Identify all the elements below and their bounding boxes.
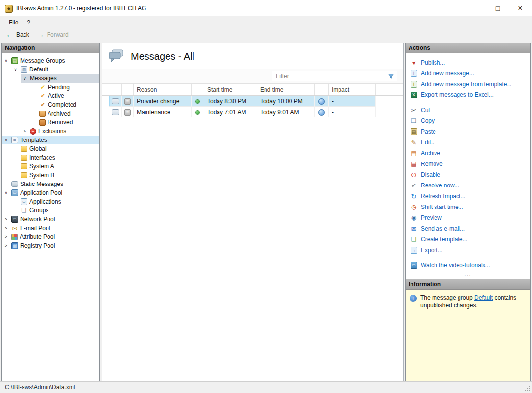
tree-item-system-a[interactable]: System A [2, 162, 99, 171]
cell-message-bubble-icon [109, 107, 122, 117]
tree-item-static-messages[interactable]: Static Messages [2, 180, 99, 188]
tree-item-message-groups[interactable]: ∨▤Message Groups [2, 56, 99, 65]
close-button[interactable]: × [509, 0, 532, 16]
action-watch-the-video-tutorials[interactable]: ▭Watch the video-tutorials... [411, 260, 530, 271]
send-email-icon: ✉ [411, 225, 417, 232]
action-preview[interactable]: ◉Preview [411, 212, 530, 223]
tree-item-global[interactable]: Global [2, 144, 99, 153]
globe-clock-icon [318, 109, 325, 116]
action-label: Add new message... [421, 70, 474, 77]
chevron-down-icon[interactable]: ∨ [12, 67, 19, 72]
action-add-new-message[interactable]: +Add new message... [411, 68, 530, 79]
tree-item-templates[interactable]: ∨≡Templates [2, 136, 99, 144]
tree-item-label: Messages [30, 75, 57, 82]
minimize-button[interactable]: – [464, 0, 486, 16]
tree-item-archived[interactable]: Archived [2, 109, 99, 118]
tree-item-label: Pending [48, 84, 70, 91]
tree-item-network-pool[interactable]: >▭Network Pool [2, 215, 99, 224]
resize-grip-icon[interactable] [524, 385, 531, 392]
tree-item-label: Templates [20, 137, 47, 143]
chevron-down-icon[interactable]: ∨ [3, 138, 9, 142]
tree-item-completed[interactable]: ✔Completed [2, 100, 99, 109]
column-header-end-time[interactable]: End time [257, 84, 315, 95]
chevron-right-icon[interactable]: > [3, 234, 9, 239]
action-export-messages-to-excel[interactable]: XExport messages to Excel... [411, 90, 530, 100]
tree-item-label: Interfaces [29, 154, 55, 161]
action-remove[interactable]: ▤Remove [411, 159, 530, 169]
attribute-pool-icon [11, 234, 18, 240]
column-header-reason[interactable]: Reason [134, 84, 192, 95]
chevron-right-icon[interactable]: > [3, 243, 9, 248]
app-window: ◆ IBI-aws Admin 1.27.0 - registered for … [0, 0, 532, 393]
action-label: Archive [421, 150, 440, 157]
maximize-button[interactable]: □ [486, 0, 509, 16]
tree-item-system-b[interactable]: System B [2, 171, 99, 180]
information-header: Information [406, 279, 530, 290]
video-icon: ▭ [411, 262, 417, 269]
tree-item-interfaces[interactable]: Interfaces [2, 153, 99, 162]
chevron-down-icon[interactable]: ∨ [22, 76, 28, 81]
column-header-start-time[interactable]: Start time [204, 84, 257, 95]
action-send-as-e-mail[interactable]: ✉Send as e-mail... [411, 223, 530, 234]
action-disable[interactable]: ∅Disable [411, 169, 530, 180]
action-edit[interactable]: ✎Edit... [411, 137, 530, 148]
tree-item-exclusions[interactable]: >–Exclusions [2, 127, 99, 136]
tree-item-messages[interactable]: ∨Messages [2, 74, 99, 83]
chevron-down-icon[interactable]: ∨ [3, 58, 9, 63]
exclusions-icon: – [30, 128, 36, 135]
column-header-label: Reason [137, 86, 157, 93]
tree-item-registry-pool[interactable]: >▦Registry Pool [2, 241, 99, 250]
menu-help[interactable]: ? [23, 16, 35, 28]
chevron-down-icon[interactable]: ∨ [3, 190, 9, 195]
information-panel: Information i The message group Default … [405, 279, 531, 381]
back-button[interactable]: ← Back [5, 31, 29, 39]
default-group-icon: ▥ [21, 66, 27, 73]
actions-overflow-handle[interactable]: ... [406, 272, 530, 279]
tree-item-pending[interactable]: ✔Pending [2, 83, 99, 92]
active-icon: ✔ [39, 92, 46, 99]
chevron-right-icon[interactable]: > [3, 217, 9, 222]
action-archive[interactable]: ▤Archive [411, 148, 530, 159]
excel-icon: X [411, 92, 417, 98]
messages-header-icon [108, 49, 124, 64]
tree-item-application-pool[interactable]: ∨▭Application Pool [2, 188, 99, 197]
tree-item-default[interactable]: ∨▥Default [2, 65, 99, 74]
message-bubble-icon [112, 98, 119, 104]
tree-item-active[interactable]: ✔Active [2, 92, 99, 100]
message-row[interactable]: ≡MaintenanceToday 7:01 AMToday 9:01 AM- [109, 107, 376, 117]
action-shift-start-time[interactable]: ◷Shift start time... [411, 202, 530, 212]
action-resolve-now[interactable]: ✔Resolve now... [411, 180, 530, 191]
right-column: Actions ➤Publish...+Add new message...+A… [405, 43, 531, 381]
filter-funnel-icon[interactable] [388, 73, 394, 79]
tree-item-e-mail-pool[interactable]: >✉E-mail Pool [2, 224, 99, 232]
action-create-template[interactable]: ❏Create template... [411, 234, 530, 245]
action-copy[interactable]: ❏Copy [411, 116, 530, 126]
forward-button[interactable]: → Forward [36, 31, 69, 39]
action-refresh-impact[interactable]: ↻Refresh Impact... [411, 191, 530, 202]
chevron-right-icon[interactable]: > [22, 129, 28, 134]
menu-file[interactable]: File [4, 16, 23, 28]
tree-item-label: Registry Pool [20, 242, 55, 249]
filter-input[interactable] [276, 73, 386, 80]
action-add-new-message-from-template[interactable]: +Add new message from template... [411, 79, 530, 90]
status-file-path: C:\IBI-aws\Admin\Data.xml [5, 384, 75, 391]
column-header-impact[interactable]: Impact [329, 84, 376, 95]
tree-item-applications[interactable]: ▭Applications [2, 197, 99, 206]
folder-icon [21, 163, 27, 169]
chevron-right-icon[interactable]: > [3, 226, 9, 231]
info-icon: i [410, 295, 417, 302]
tree-item-groups[interactable]: ❏Groups [2, 206, 99, 215]
column-header-board-icon [122, 84, 134, 95]
tree-item-label: Exclusions [38, 128, 66, 135]
action-publish[interactable]: ➤Publish... [411, 57, 530, 68]
action-cut[interactable]: ✂Cut [411, 105, 530, 116]
action-label: Publish... [421, 59, 445, 66]
tree-item-removed[interactable]: Removed [2, 118, 99, 127]
publish-icon: ➤ [409, 58, 419, 68]
action-export[interactable]: →Export... [411, 245, 530, 255]
action-paste[interactable]: ▤Paste [411, 126, 530, 137]
default-group-link[interactable]: Default [474, 294, 493, 301]
message-row[interactable]: ≡Provider changeToday 8:30 PMToday 10:00… [109, 96, 376, 107]
messages-view: Messages - All ReasonStart timeEnd timeI… [102, 43, 404, 381]
tree-item-attribute-pool[interactable]: >Attribute Pool [2, 232, 99, 241]
